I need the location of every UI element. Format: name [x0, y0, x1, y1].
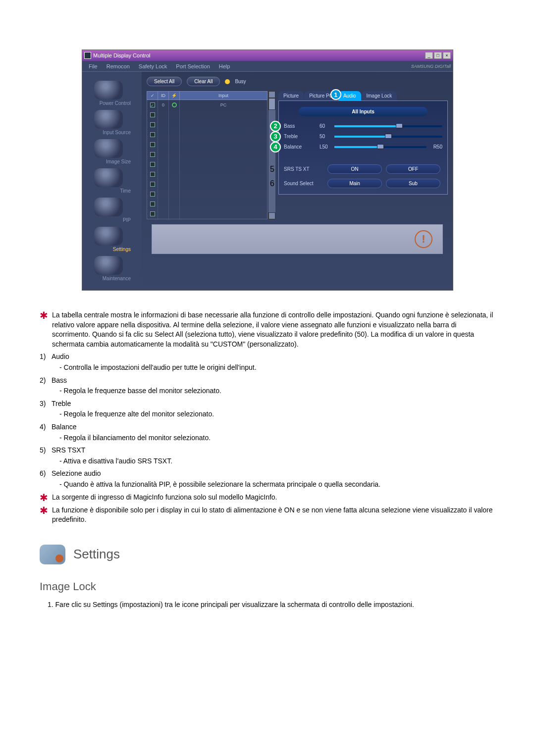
menu-file[interactable]: File [84, 62, 102, 71]
sidebar-item-input-source[interactable]: Input Source [86, 110, 131, 135]
row-checkbox[interactable] [150, 162, 155, 167]
list-item: 6)Selezione audio [40, 469, 495, 479]
select-all-button[interactable]: Select All [147, 77, 182, 86]
table-row[interactable] [147, 140, 267, 150]
menu-portselection[interactable]: Port Selection [171, 62, 214, 71]
item-number: 4) [40, 422, 52, 432]
row-checkbox[interactable] [150, 211, 155, 216]
list-item: 2)Bass [40, 376, 495, 386]
table-row[interactable] [147, 179, 267, 189]
table-row[interactable] [147, 159, 267, 169]
audio-panel: All Inputs 2Bass603Treble504BalanceL50R5… [278, 101, 448, 195]
option-button-main[interactable]: Main [327, 179, 382, 188]
item-title: SRS TSXT [52, 446, 85, 455]
item-title: Audio [52, 352, 69, 362]
row-status [169, 189, 180, 199]
row-status [169, 140, 180, 150]
row-input [180, 130, 267, 140]
tab-picture[interactable]: Picture [278, 91, 304, 101]
brand-label: SAMSUNG DIGITall [411, 64, 451, 69]
option-row-srs-ts-xt: 5SRS TS XTONOFF [284, 164, 442, 174]
sidebar-item-power-control[interactable]: Power Control [86, 81, 131, 106]
grid-scrollbar[interactable] [268, 91, 275, 219]
busy-indicator-icon [225, 79, 230, 84]
option-button-sub[interactable]: Sub [386, 179, 440, 188]
item-number: 2) [40, 376, 52, 386]
slider-value: 50 [320, 134, 334, 139]
table-row[interactable] [147, 209, 267, 219]
item-desc: - Controlla le impostazioni dell'audio p… [59, 363, 495, 373]
scroll-up-arrow-icon[interactable] [268, 91, 275, 98]
option-button-on[interactable]: ON [327, 164, 382, 174]
item-desc: - Attiva e disattiva l'audio SRS TSXT. [59, 456, 495, 466]
menu-safetylock[interactable]: Safety Lock [134, 62, 171, 71]
row-status [169, 110, 180, 120]
menu-help[interactable]: Help [214, 62, 235, 71]
row-checkbox[interactable] [150, 142, 155, 147]
row-checkbox[interactable] [150, 182, 155, 187]
row-input [180, 140, 267, 150]
table-row[interactable] [147, 189, 267, 199]
sidebar-item-maintenance[interactable]: Maintenance [86, 256, 131, 281]
maximize-button[interactable]: □ [434, 52, 442, 59]
list-item: 3)Treble [40, 399, 495, 409]
row-id [158, 120, 169, 130]
table-row[interactable] [147, 150, 267, 159]
star-icon: ✱ [40, 493, 48, 503]
row-status [169, 169, 180, 179]
app-icon [84, 52, 91, 59]
table-row[interactable] [147, 130, 267, 140]
sidebar-item-image-size[interactable]: Image Size [86, 139, 131, 164]
close-button[interactable]: × [443, 52, 451, 59]
option-label: Sound Select [284, 181, 325, 186]
row-checkbox[interactable] [150, 132, 155, 137]
window-titlebar: Multiple Display Control _ □ × [82, 50, 453, 61]
item-desc: - Quando è attiva la funzionalità PIP, è… [59, 480, 495, 490]
row-status [169, 120, 180, 130]
grid-head-input: Input [180, 92, 267, 100]
slider-value: L50 [320, 144, 334, 150]
input-icon [94, 110, 123, 129]
row-checkbox[interactable] [150, 172, 155, 177]
slider-thumb[interactable] [396, 123, 403, 128]
item-number: 1) [40, 352, 52, 362]
option-button-off[interactable]: OFF [386, 164, 440, 174]
pip-icon [94, 198, 123, 216]
table-row[interactable] [147, 110, 267, 120]
row-checkbox[interactable] [150, 122, 155, 127]
scroll-down-arrow-icon[interactable] [268, 212, 275, 219]
tab-audio[interactable]: 1 Audio [338, 91, 361, 101]
sidebar-item-pip[interactable]: PIP [86, 198, 131, 223]
slider-thumb[interactable] [377, 144, 384, 149]
row-input [180, 209, 267, 219]
slider-row-treble: 3Treble50 [284, 134, 442, 139]
table-row[interactable] [147, 169, 267, 179]
item-title: Selezione audio [52, 469, 101, 479]
slider-thumb[interactable] [385, 134, 392, 139]
minimize-button[interactable]: _ [425, 52, 433, 59]
row-checkbox[interactable] [150, 202, 155, 206]
slider-track[interactable] [334, 146, 427, 148]
intro-paragraph: La tabella centrale mostra le informazio… [52, 310, 495, 349]
table-row[interactable]: 0PC [147, 100, 267, 110]
row-checkbox[interactable] [150, 192, 155, 197]
sidebar: Power Control Input Source Image Size Ti… [82, 72, 142, 290]
scroll-thumb[interactable] [268, 98, 275, 110]
clear-all-button[interactable]: Clear All [187, 77, 220, 86]
table-row[interactable] [147, 120, 267, 130]
row-checkbox[interactable] [150, 102, 155, 107]
sidebar-item-settings[interactable]: Settings [86, 227, 131, 252]
row-status [169, 100, 180, 110]
tab-image-lock[interactable]: Image Lock [362, 91, 397, 101]
slider-track[interactable] [334, 125, 442, 127]
table-row[interactable] [147, 199, 267, 209]
callout-6-badge: 6 [270, 179, 274, 188]
menu-remocon[interactable]: Remocon [102, 62, 134, 71]
sidebar-item-time[interactable]: Time [86, 168, 131, 194]
grid-body: 0PC [147, 100, 268, 219]
image-lock-heading: Image Lock [40, 579, 495, 595]
slider-track[interactable] [334, 136, 442, 138]
row-status [169, 130, 180, 140]
row-checkbox[interactable] [150, 112, 155, 117]
row-checkbox[interactable] [150, 152, 155, 157]
